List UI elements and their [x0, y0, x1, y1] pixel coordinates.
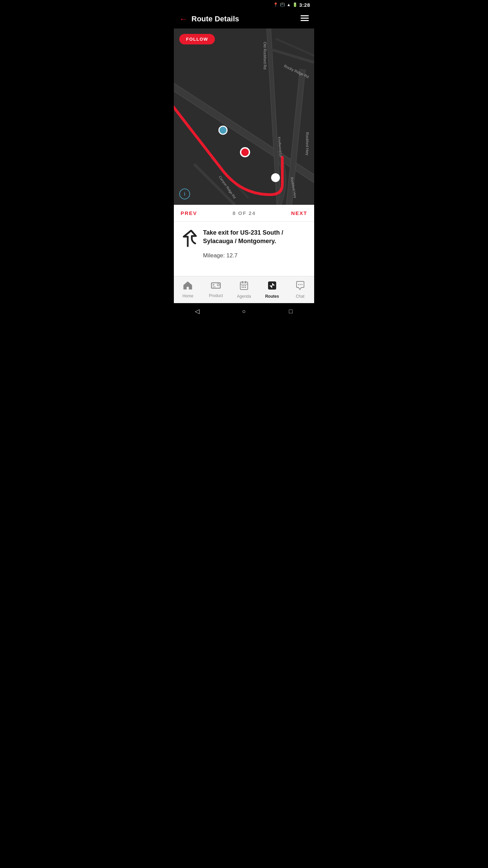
system-back-button[interactable]: ◁	[190, 304, 204, 318]
nav-item-home[interactable]: Home	[174, 278, 202, 301]
product-icon	[211, 281, 221, 292]
nav-label-home: Home	[182, 294, 193, 298]
svg-rect-2	[301, 20, 309, 21]
system-nav-bar: ◁ ○ □	[174, 303, 314, 319]
info-button[interactable]: i	[179, 189, 190, 199]
back-button[interactable]: ←	[179, 14, 187, 24]
nav-item-routes[interactable]: Routes	[258, 278, 286, 301]
direction-text-block: Take exit for US-231 South / Sylacauga /…	[203, 229, 307, 259]
nav-item-product[interactable]: Product	[202, 279, 230, 301]
svg-rect-22	[245, 285, 246, 286]
svg-point-4	[219, 126, 227, 134]
svg-rect-21	[243, 285, 244, 286]
prev-button[interactable]: PREV	[181, 210, 197, 216]
nav-label-routes: Routes	[265, 294, 279, 299]
svg-point-15	[217, 284, 219, 286]
svg-rect-24	[243, 287, 244, 288]
svg-rect-23	[242, 287, 243, 288]
svg-rect-17	[242, 281, 243, 283]
page-title: Route Details	[191, 15, 301, 23]
map-container: Old Rockford Rd Rocky Ridge Rd Rockford …	[174, 28, 314, 205]
direction-panel: Take exit for US-231 South / Sylacauga /…	[174, 222, 314, 276]
location-icon: 📍	[273, 2, 278, 7]
svg-rect-13	[187, 287, 189, 289]
status-bar: 📍 📳 ▲ 🔋 3:28	[174, 0, 314, 9]
nav-item-agenda[interactable]: Agenda	[230, 278, 258, 301]
direction-mileage: Mileage: 12.7	[203, 252, 307, 259]
system-recent-button[interactable]: □	[284, 304, 298, 318]
bottom-nav: Home Product	[174, 276, 314, 303]
nav-label-product: Product	[209, 293, 223, 298]
svg-rect-25	[245, 287, 246, 288]
routes-icon	[267, 281, 277, 293]
svg-point-27	[298, 284, 299, 285]
status-time: 3:28	[299, 2, 310, 8]
svg-point-5	[241, 148, 249, 157]
direction-instruction: Take exit for US-231 South / Sylacauga /…	[203, 229, 307, 245]
nav-item-chat[interactable]: Chat	[286, 278, 314, 301]
svg-point-6	[271, 174, 280, 182]
home-icon	[183, 281, 192, 292]
svg-text:Old Rockford Rd: Old Rockford Rd	[263, 42, 267, 69]
info-icon: i	[184, 191, 185, 197]
svg-rect-0	[301, 15, 309, 16]
svg-rect-18	[245, 281, 246, 283]
agenda-icon	[240, 281, 248, 293]
battery-icon: 🔋	[292, 2, 298, 7]
vibrate-icon: 📳	[280, 2, 285, 7]
chat-icon	[295, 281, 305, 293]
direction-arrow-icon	[181, 230, 198, 251]
svg-point-29	[301, 284, 302, 285]
signal-icon: ▲	[287, 2, 291, 7]
step-counter: 8 OF 24	[232, 210, 256, 216]
status-icons: 📍 📳 ▲ 🔋 3:28	[273, 2, 310, 8]
next-button[interactable]: NEXT	[291, 210, 307, 216]
nav-label-chat: Chat	[296, 294, 304, 299]
follow-button[interactable]: FOLLOW	[179, 34, 215, 44]
svg-rect-1	[301, 18, 309, 19]
nav-controls: PREV 8 OF 24 NEXT	[174, 205, 314, 222]
menu-button[interactable]	[301, 15, 309, 23]
svg-text:Rockford Hwy: Rockford Hwy	[305, 132, 309, 156]
svg-point-28	[300, 284, 301, 285]
system-home-button[interactable]: ○	[237, 304, 251, 318]
svg-rect-20	[242, 285, 243, 286]
nav-label-agenda: Agenda	[237, 294, 251, 299]
app-header: ← Route Details	[174, 9, 314, 28]
